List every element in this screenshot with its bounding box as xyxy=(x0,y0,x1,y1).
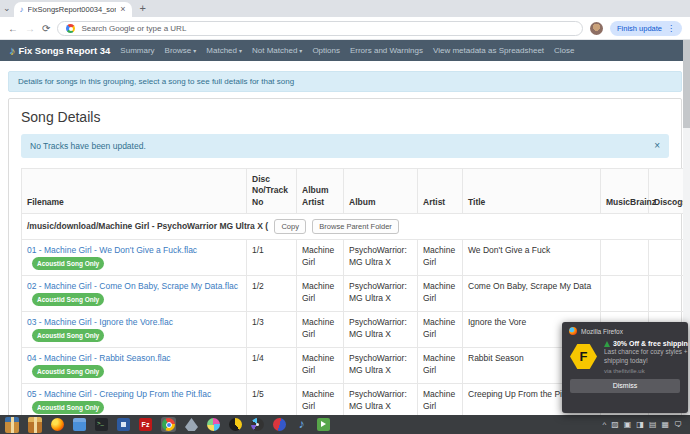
col-album: Album xyxy=(344,169,418,214)
ball-app-icon[interactable] xyxy=(273,418,286,431)
nav-label: Options xyxy=(312,46,340,55)
app-brand[interactable]: ♪ Fix Songs Report 34 xyxy=(9,45,110,56)
notification-source: via thefitville.uk xyxy=(604,368,688,374)
status-alert-text: No Tracks have been updated. xyxy=(30,141,146,151)
app-navbar: ♪ Fix Songs Report 34 Summary Browse▾ Ma… xyxy=(0,40,690,61)
acoustid-badge: Acoustid Song Only xyxy=(32,365,104,378)
filezilla-icon[interactable]: Fz xyxy=(139,418,152,431)
tab-close-icon[interactable]: × xyxy=(120,5,125,14)
album-cell: PsychoWarrior: MG Ultra X xyxy=(344,312,418,348)
terminal-icon[interactable] xyxy=(95,418,108,431)
col-title: Title xyxy=(463,169,601,214)
disc-track-cell: 1/2 xyxy=(247,276,297,312)
system-tray: ^ ▨ ▣ ◨ ▤ ▦ 🗨 xyxy=(602,421,685,429)
col-disc-track: Disc No/Track No xyxy=(247,169,297,214)
folder-path-cell: /music/download/Machine Girl - PsychoWar… xyxy=(22,214,687,240)
tray-chevron-up-icon[interactable]: ^ xyxy=(602,421,606,429)
nav-item-errors-warnings[interactable]: Errors and Warnings xyxy=(350,46,423,55)
nav-label: Not Matched xyxy=(252,46,297,55)
nav-item-browse[interactable]: Browse▾ xyxy=(165,46,197,55)
notification-header: Mozilla Firefox xyxy=(562,322,688,338)
disc-track-cell: 1/5 xyxy=(247,384,297,415)
notification-body[interactable]: F 30% Off & free shipping Last chance fo… xyxy=(562,338,688,374)
copy-button[interactable]: Copy xyxy=(274,219,306,234)
color-wheel-icon[interactable] xyxy=(207,418,220,431)
song-filename-link[interactable]: 02 - Machine Girl - Come On Baby, Scrape… xyxy=(27,281,238,291)
nav-item-view-spreadsheet[interactable]: View metadata as Spreadsheet xyxy=(433,46,544,55)
folder-path-row: /music/download/Machine Girl - PsychoWar… xyxy=(22,214,687,240)
forward-icon[interactable]: → xyxy=(25,24,35,34)
song-filename-link[interactable]: 01 - Machine Girl - We Don't Give a Fuck… xyxy=(27,245,197,255)
acoustid-badge: Acoustid Song Only xyxy=(32,329,104,342)
vinyl-app-icon[interactable] xyxy=(251,418,264,431)
music-note-icon[interactable]: ♪ xyxy=(295,418,308,431)
disc-track-cell: 1/1 xyxy=(247,240,297,276)
nav-label: Close xyxy=(554,46,574,55)
nav-item-summary[interactable]: Summary xyxy=(120,46,154,55)
col-discogs: Discogs xyxy=(649,169,687,214)
nav-item-not-matched[interactable]: Not Matched▾ xyxy=(252,46,302,55)
gift-icon-2[interactable] xyxy=(28,417,42,433)
acoustid-badge: Acoustid Song Only xyxy=(32,401,104,414)
tray-chat-icon[interactable]: 🗨 xyxy=(674,421,682,429)
disc-track-cell: 1/4 xyxy=(247,348,297,384)
notification-title-text: 30% Off & free shipping xyxy=(613,340,688,347)
notification-title: 30% Off & free shipping xyxy=(604,340,688,347)
browse-parent-folder-button[interactable]: Browse Parent Folder xyxy=(312,219,399,234)
dismiss-button[interactable]: Dismiss xyxy=(570,379,680,393)
scrollbar-thumb[interactable] xyxy=(683,40,690,128)
tray-display-icon[interactable]: ▣ xyxy=(624,421,632,429)
status-alert: No Tracks have been updated. × xyxy=(21,134,669,158)
filename-cell: 04 - Machine Girl - Rabbit Season.flacAc… xyxy=(22,348,247,384)
tray-folder-icon[interactable]: ▦ xyxy=(661,421,669,429)
folder-path: /music/download/Machine Girl - PsychoWar… xyxy=(27,221,268,231)
finish-update-label: Finish update xyxy=(617,24,662,33)
tray-network-icon[interactable]: ▨ xyxy=(611,421,619,429)
notification-description: Last chance for cozy styles + shipping t… xyxy=(604,348,688,366)
page-title: Song Details xyxy=(21,109,669,125)
address-bar[interactable]: Search Google or type a URL xyxy=(57,21,583,36)
chrome-taskbar-button[interactable] xyxy=(161,417,176,432)
close-icon[interactable]: × xyxy=(654,141,660,151)
chevron-down-icon: ▾ xyxy=(239,47,242,54)
firefox-taskbar-icon[interactable] xyxy=(51,418,64,431)
tool-app-icon[interactable] xyxy=(185,418,198,431)
file-manager-icon[interactable] xyxy=(73,418,86,431)
album-cell: PsychoWarrior: MG Ultra X xyxy=(344,348,418,384)
album-artist-cell: Machine Girl xyxy=(297,276,344,312)
discogs-cell xyxy=(649,276,687,312)
acoustid-badge: Acoustid Song Only xyxy=(32,257,104,270)
media-app-icon[interactable] xyxy=(117,418,130,431)
new-tab-button[interactable]: + xyxy=(140,3,146,14)
chevron-down-icon: ▾ xyxy=(193,47,196,54)
browser-menu-icon[interactable]: ⋮ xyxy=(667,24,675,33)
nav-item-options[interactable]: Options xyxy=(312,46,340,55)
gift-icon[interactable] xyxy=(5,417,19,433)
musicbrainz-cell xyxy=(601,240,649,276)
tab-search-icon[interactable]: ⌄ xyxy=(3,4,11,13)
clock-app-icon[interactable] xyxy=(229,418,242,431)
tray-updates-icon[interactable]: ▤ xyxy=(649,421,657,429)
nav-label: Matched xyxy=(206,46,237,55)
browser-tab[interactable]: ♪ FixSongsReport00034_songdeta × xyxy=(14,2,132,17)
firefox-notification: Mozilla Firefox F 30% Off & free shippin… xyxy=(562,322,688,413)
tray-battery-icon[interactable]: ◨ xyxy=(636,421,644,429)
notification-text: 30% Off & free shipping Last chance for … xyxy=(604,340,688,374)
nav-item-matched[interactable]: Matched▾ xyxy=(206,46,242,55)
nav-menu: Summary Browse▾ Matched▾ Not Matched▾ Op… xyxy=(120,46,574,55)
songkong-logo-icon: ♪ xyxy=(9,45,15,56)
reload-icon[interactable]: ⟳ xyxy=(42,24,50,34)
nav-item-close[interactable]: Close xyxy=(554,46,574,55)
album-artist-cell: Machine Girl xyxy=(297,384,344,415)
song-filename-link[interactable]: 04 - Machine Girl - Rabbit Season.flac xyxy=(27,353,171,363)
profile-avatar[interactable] xyxy=(590,22,603,35)
christmas-tree-icon xyxy=(604,341,610,347)
finish-update-button[interactable]: Finish update ⋮ xyxy=(610,21,682,36)
song-filename-link[interactable]: 03 - Machine Girl - Ignore the Vore.flac xyxy=(27,317,173,327)
album-artist-cell: Machine Girl xyxy=(297,240,344,276)
notification-app-name: Mozilla Firefox xyxy=(581,328,623,335)
firefox-icon xyxy=(569,327,577,335)
green-app-icon[interactable] xyxy=(317,418,330,431)
back-icon[interactable]: ← xyxy=(8,24,18,34)
song-filename-link[interactable]: 05 - Machine Girl - Creeping Up From the… xyxy=(27,389,211,399)
